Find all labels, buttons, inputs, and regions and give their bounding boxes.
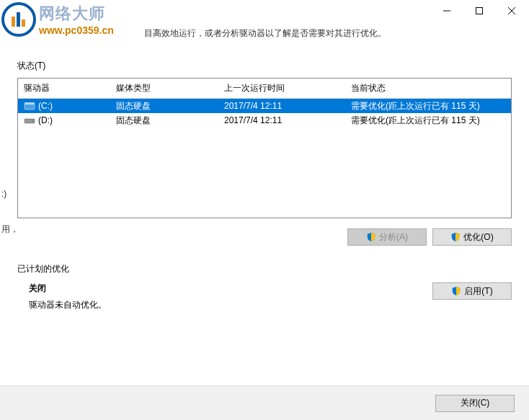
analyze-button[interactable]: 分析(A) [347, 228, 427, 246]
current-status: 需要优化(距上次运行已有 115 天) [351, 100, 480, 112]
enable-label: 启用(T) [464, 285, 492, 298]
column-status[interactable]: 当前状态 [345, 79, 511, 98]
schedule-status-title: 关闭 [29, 282, 107, 295]
watermark-logo-icon [1, 2, 36, 37]
close-label: 关闭(C) [461, 397, 490, 409]
schedule-label: 已计划的优化 [17, 263, 512, 275]
column-media[interactable]: 媒体类型 [110, 79, 218, 98]
maximize-button[interactable] [463, 0, 495, 22]
watermark-url: www.pc0359.cn [39, 24, 114, 36]
svg-rect-1 [12, 17, 15, 27]
close-dialog-button[interactable]: 关闭(C) [435, 395, 515, 412]
last-run: 2017/7/4 12:11 [224, 115, 282, 125]
close-button[interactable] [495, 0, 528, 22]
watermark: 网络大师 www.pc0359.cn [1, 1, 142, 37]
enable-button[interactable]: 启用(T) [432, 282, 512, 300]
minimize-button[interactable] [430, 0, 463, 22]
current-status: 需要优化(距上次运行已有 115 天) [351, 115, 480, 127]
shield-icon [451, 286, 461, 296]
shield-icon [450, 232, 461, 242]
schedule-status-sub: 驱动器未自动优化。 [29, 299, 107, 311]
drive-icon [24, 102, 35, 110]
table-header: 驱动器 媒体类型 上一次运行时间 当前状态 [18, 79, 511, 99]
background-fragment: :) 用， [0, 187, 20, 259]
drives-table: 驱动器 媒体类型 上一次运行时间 当前状态 (C:)固态硬盘2017/7/4 1… [17, 78, 512, 218]
media-type: 固态硬盘 [116, 100, 151, 112]
column-drive[interactable]: 驱动器 [18, 79, 110, 98]
analyze-label: 分析(A) [379, 231, 408, 243]
optimize-button[interactable]: 优化(O) [432, 228, 512, 246]
dialog-footer: 关闭(C) [0, 385, 529, 420]
drive-icon [24, 116, 35, 125]
drive-name: (D:) [38, 115, 53, 125]
status-label: 状态(T) [0, 60, 529, 72]
svg-rect-2 [17, 12, 20, 27]
svg-rect-8 [25, 104, 35, 110]
svg-rect-5 [476, 8, 482, 14]
table-row[interactable]: (D:)固态硬盘2017/7/4 12:11需要优化(距上次运行已有 115 天… [18, 113, 511, 128]
column-last-run[interactable]: 上一次运行时间 [218, 79, 345, 98]
drive-name: (C:) [38, 101, 53, 111]
shield-icon [366, 232, 376, 242]
last-run: 2017/7/4 12:11 [224, 101, 282, 111]
media-type: 固态硬盘 [116, 115, 151, 127]
optimize-label: 优化(O) [463, 231, 493, 243]
svg-point-11 [32, 120, 33, 122]
watermark-title: 网络大师 [39, 3, 114, 24]
svg-rect-3 [22, 19, 25, 27]
svg-rect-9 [25, 102, 35, 104]
table-row[interactable]: (C:)固态硬盘2017/7/4 12:11需要优化(距上次运行已有 115 天… [18, 99, 511, 113]
